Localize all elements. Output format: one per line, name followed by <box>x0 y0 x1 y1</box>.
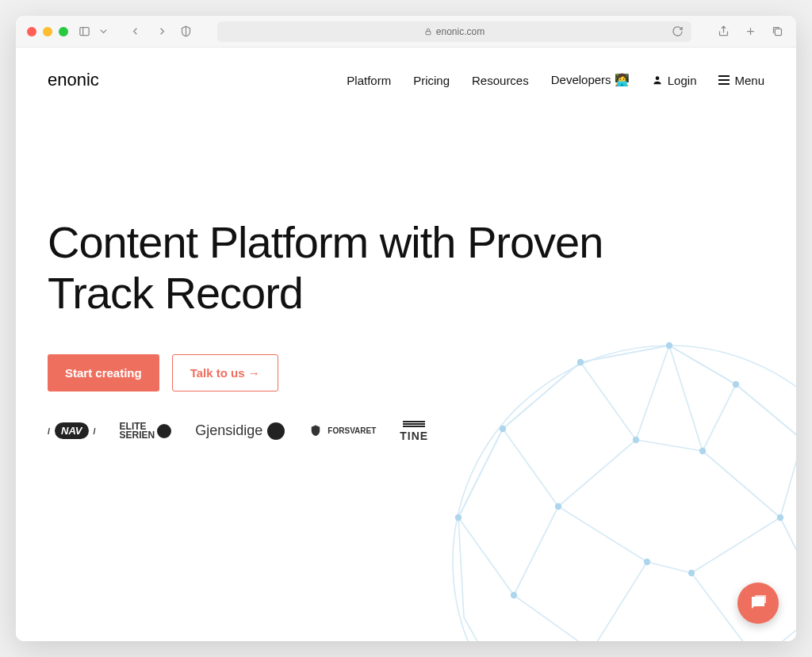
minimize-window-button[interactable] <box>43 27 52 36</box>
svg-rect-6 <box>775 29 781 35</box>
nav-pricing[interactable]: Pricing <box>413 74 450 87</box>
nav-developers[interactable]: Developers 👩‍💻 <box>551 73 630 87</box>
hero: Content Platform with Proven Track Recor… <box>16 106 650 392</box>
crest-icon <box>308 423 323 439</box>
nav-platform[interactable]: Platform <box>347 74 391 87</box>
chevron-down-icon[interactable] <box>95 24 111 40</box>
browser-chrome: enonic.com <box>16 16 796 48</box>
svg-point-52 <box>688 570 695 576</box>
svg-line-23 <box>558 506 647 562</box>
svg-line-24 <box>691 518 780 573</box>
site-header: enonic Platform Pricing Resources Develo… <box>16 48 796 106</box>
svg-line-14 <box>458 429 503 518</box>
svg-line-22 <box>780 518 796 606</box>
start-creating-button[interactable]: Start creating <box>48 354 159 392</box>
svg-line-30 <box>514 595 592 641</box>
logo-forsvaret: FORSVARET <box>308 423 376 439</box>
forward-button[interactable] <box>154 24 170 40</box>
login-label: Login <box>668 74 697 87</box>
customer-logos: /nav/ ELITE SERIEN Gjensidige FORSVARET … <box>16 420 796 442</box>
svg-point-53 <box>511 592 517 598</box>
chat-icon <box>749 594 768 613</box>
tabs-icon[interactable] <box>769 24 785 40</box>
svg-rect-0 <box>79 28 88 36</box>
user-icon <box>652 74 663 86</box>
svg-point-48 <box>699 448 706 454</box>
menu-label: Menu <box>734 74 764 87</box>
back-button[interactable] <box>127 24 143 40</box>
svg-line-19 <box>558 440 636 506</box>
svg-line-26 <box>592 562 647 641</box>
nav-resources[interactable]: Resources <box>472 74 529 87</box>
traffic-lights <box>27 27 68 36</box>
hero-title: Content Platform with Proven Track Recor… <box>48 217 619 319</box>
browser-window: enonic.com enonic Platform Pricing <box>16 16 796 641</box>
svg-point-50 <box>777 514 783 521</box>
logo-eliteserien: ELITE SERIEN <box>120 422 172 440</box>
page-content: enonic Platform Pricing Resources Develo… <box>16 48 796 641</box>
svg-point-7 <box>655 76 659 80</box>
maximize-window-button[interactable] <box>59 27 68 36</box>
cta-row: Start creating Talk to us → <box>48 354 619 392</box>
svg-line-11 <box>669 346 736 384</box>
logo-tine: TINE <box>400 420 428 442</box>
svg-line-20 <box>703 451 780 518</box>
logo-gjensidige: Gjensidige <box>195 422 285 440</box>
nav-menu[interactable]: Menu <box>718 74 764 87</box>
svg-line-33 <box>780 440 796 518</box>
sidebar-toggle-icon[interactable] <box>76 24 92 40</box>
url-bar[interactable]: enonic.com <box>217 21 691 42</box>
svg-point-40 <box>666 342 672 349</box>
svg-point-46 <box>455 514 462 521</box>
tine-bars-icon <box>403 420 425 428</box>
talk-to-us-button[interactable]: Talk to us → <box>172 354 278 392</box>
svg-point-41 <box>733 381 739 388</box>
main-nav: Platform Pricing Resources Developers 👩‍… <box>347 73 764 87</box>
svg-rect-2 <box>426 31 431 34</box>
url-text: enonic.com <box>436 26 485 37</box>
nav-login[interactable]: Login <box>652 74 697 87</box>
ball-icon <box>157 424 171 438</box>
shield-icon[interactable] <box>178 24 193 40</box>
svg-point-49 <box>555 503 561 510</box>
gjensidige-mark-icon <box>267 422 285 440</box>
lock-icon <box>424 28 432 36</box>
hamburger-icon <box>718 75 730 85</box>
refresh-icon[interactable] <box>669 24 685 40</box>
share-icon[interactable] <box>715 24 731 40</box>
svg-line-34 <box>458 518 514 595</box>
logo-nav: /nav/ <box>48 422 96 439</box>
svg-point-51 <box>644 559 650 565</box>
chat-button[interactable] <box>737 583 779 624</box>
svg-line-25 <box>647 562 691 573</box>
svg-line-21 <box>514 506 558 595</box>
site-logo[interactable]: enonic <box>48 70 99 90</box>
close-window-button[interactable] <box>27 27 36 36</box>
new-tab-icon[interactable] <box>742 24 758 40</box>
